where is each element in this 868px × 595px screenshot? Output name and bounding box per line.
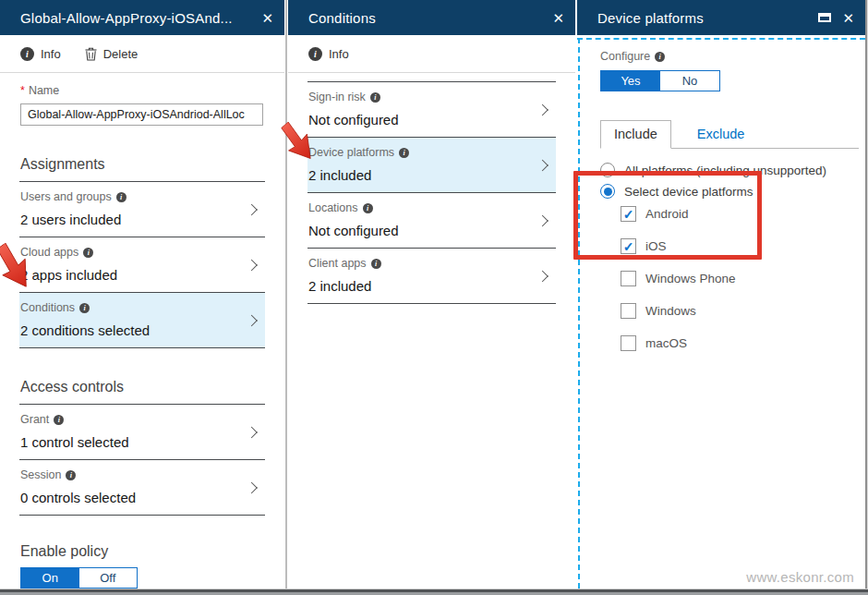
selected-blade-dashed-border — [578, 38, 580, 589]
info-button[interactable]: i Info — [308, 47, 349, 61]
chevron-right-icon — [246, 203, 258, 215]
delete-button-label: Delete — [103, 47, 139, 61]
required-marker: * — [20, 84, 25, 97]
row-client-apps[interactable]: Client appsi 2 included — [307, 249, 556, 304]
policy-blade: Global-Allow-AppProxy-iOSAnd... ✕ i Info… — [0, 0, 284, 589]
enable-policy-toggle: On Off — [20, 567, 138, 589]
chevron-right-icon — [536, 270, 549, 282]
info-dot-icon: i — [54, 415, 64, 425]
device-platforms-blade: Device platforms ✕ Configurei Yes No Inc… — [577, 0, 865, 589]
red-highlight-box-annotation — [573, 171, 762, 260]
conditions-toolbar: i Info — [288, 35, 575, 73]
policy-toolbar: i Info Delete — [0, 35, 284, 73]
info-icon: i — [20, 47, 34, 61]
policy-blade-title: Global-Allow-AppProxy-iOSAnd... — [20, 10, 233, 26]
row-session[interactable]: Sessioni 0 controls selected — [19, 460, 265, 516]
close-icon[interactable]: ✕ — [842, 11, 854, 25]
info-icon: i — [308, 47, 322, 61]
info-dot-icon: i — [363, 203, 373, 213]
configure-label: Configurei — [600, 50, 865, 63]
blade-divider — [285, 0, 287, 589]
row-grant[interactable]: Granti 1 control selected — [19, 405, 265, 460]
device-platforms-blade-title: Device platforms — [597, 10, 704, 26]
info-button-label: Info — [329, 47, 349, 61]
enable-policy-heading: Enable policy — [20, 543, 264, 560]
checkbox-icon — [621, 303, 636, 319]
conditions-blade-title: Conditions — [308, 10, 376, 26]
enable-policy-on-button[interactable]: On — [21, 568, 79, 588]
checkbox-windows[interactable]: Windows — [600, 303, 865, 319]
assignments-heading: Assignments — [20, 156, 264, 173]
window-bottom-border — [0, 589, 868, 595]
delete-button[interactable]: Delete — [85, 47, 139, 61]
info-dot-icon: i — [79, 303, 90, 313]
close-icon[interactable]: ✕ — [261, 11, 273, 25]
close-icon[interactable]: ✕ — [552, 11, 564, 25]
access-controls-heading: Access controls — [20, 379, 264, 395]
row-conditions[interactable]: Conditionsi 2 conditions selected — [19, 293, 265, 348]
info-dot-icon: i — [116, 192, 127, 202]
name-field-label: *Name — [20, 84, 264, 97]
checkbox-icon — [621, 335, 636, 351]
tab-include[interactable]: Include — [600, 120, 671, 149]
info-dot-icon: i — [83, 248, 93, 258]
assignments-list: Users and groupsi 2 users included Cloud… — [19, 181, 265, 348]
conditions-blade: Conditions ✕ i Info Sign-in riski Not co… — [288, 0, 575, 589]
selected-blade-dashed-border — [577, 38, 865, 40]
chevron-right-icon — [536, 214, 549, 226]
checkbox-icon — [621, 271, 636, 286]
chevron-right-icon — [246, 426, 258, 438]
info-dot-icon: i — [399, 148, 409, 158]
chevron-right-icon — [536, 103, 549, 115]
chevron-right-icon — [536, 159, 549, 171]
info-dot-icon: i — [655, 52, 665, 62]
chevron-right-icon — [246, 314, 258, 326]
name-input[interactable] — [20, 103, 263, 126]
maximize-icon[interactable] — [818, 13, 831, 22]
include-exclude-tabs: Include Exclude — [600, 120, 859, 149]
configure-yes-button[interactable]: Yes — [601, 71, 660, 91]
policy-blade-header: Global-Allow-AppProxy-iOSAnd... ✕ — [0, 0, 284, 35]
access-controls-list: Granti 1 control selected Sessioni 0 con… — [19, 404, 265, 516]
row-locations[interactable]: Locationsi Not configured — [307, 193, 556, 249]
info-dot-icon: i — [371, 259, 381, 269]
watermark-text: www.eskonr.com — [746, 569, 854, 585]
conditions-blade-header: Conditions ✕ — [288, 0, 575, 35]
row-sign-in-risk[interactable]: Sign-in riski Not configured — [307, 82, 556, 138]
chevron-right-icon — [246, 481, 258, 493]
info-dot-icon: i — [66, 470, 76, 480]
azure-portal-screen: Global-Allow-AppProxy-iOSAnd... ✕ i Info… — [0, 0, 868, 595]
enable-policy-off-button[interactable]: Off — [79, 568, 138, 588]
device-platforms-blade-header: Device platforms ✕ — [577, 0, 865, 35]
configure-toggle: Yes No — [600, 70, 720, 91]
info-button[interactable]: i Info — [20, 47, 61, 61]
conditions-list: Sign-in riski Not configured Device plat… — [307, 81, 556, 304]
trash-icon — [85, 47, 97, 61]
checkbox-macos[interactable]: macOS — [600, 335, 865, 351]
configure-no-button[interactable]: No — [660, 71, 719, 91]
row-cloud-apps[interactable]: Cloud appsi 2 apps included — [19, 237, 265, 293]
info-button-label: Info — [41, 47, 61, 61]
chevron-right-icon — [246, 259, 258, 271]
row-users-and-groups[interactable]: Users and groupsi 2 users included — [19, 182, 265, 237]
row-device-platforms[interactable]: Device platformsi 2 included — [307, 138, 556, 193]
tab-exclude[interactable]: Exclude — [684, 121, 758, 148]
checkbox-windows-phone[interactable]: Windows Phone — [600, 271, 865, 286]
info-dot-icon: i — [370, 92, 380, 103]
